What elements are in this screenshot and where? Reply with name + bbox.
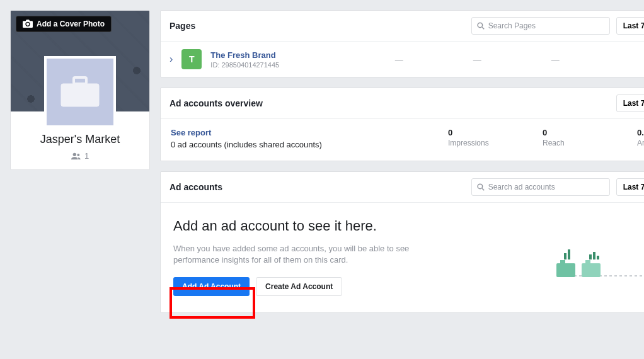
accounts-title: Ad accounts	[170, 182, 465, 192]
page-badge: T	[181, 49, 202, 69]
people-icon	[71, 152, 81, 160]
svg-rect-19	[556, 263, 575, 277]
svg-rect-27	[597, 256, 599, 259]
empty-state-title: Add an ad account to see it here.	[173, 218, 644, 234]
avatar[interactable]	[44, 56, 116, 128]
ad-accounts-card: Ad accounts Last 7 days i Add an ad acco…	[160, 171, 644, 313]
svg-point-3	[77, 154, 79, 156]
svg-rect-1	[74, 77, 86, 84]
svg-rect-0	[61, 84, 99, 106]
empty-state-body: When you have added some ad accounts, yo…	[173, 243, 438, 266]
illustration-buildings	[553, 244, 644, 301]
add-cover-label: Add a Cover Photo	[37, 20, 105, 28]
see-report-link[interactable]: See report	[171, 128, 211, 137]
accounts-range-button[interactable]: Last 7 days	[616, 178, 644, 196]
pages-range-button[interactable]: Last 7 days	[616, 17, 644, 35]
page-id: ID: 298504014271445	[210, 61, 355, 69]
overview-subtitle: 0 ad accounts (includes shared accounts)	[171, 140, 410, 149]
stat-amount-spent: 0.00 Amount spent	[637, 128, 644, 147]
page-metric-2: —	[442, 55, 512, 64]
pages-title: Pages	[170, 21, 465, 31]
svg-rect-22	[585, 260, 590, 264]
create-ad-account-button[interactable]: Create Ad Account	[256, 277, 342, 296]
search-icon	[477, 22, 485, 30]
page-name-link[interactable]: The Fresh Brand	[210, 50, 355, 60]
accounts-search[interactable]	[471, 178, 610, 196]
pages-card: Pages Last 7 days i › T The Fresh Brand …	[160, 10, 644, 77]
svg-point-2	[73, 152, 76, 156]
page-row: › T The Fresh Brand ID: 298504014271445 …	[161, 42, 644, 77]
cover-area: Add a Cover Photo	[11, 11, 149, 111]
briefcase-icon	[60, 76, 100, 108]
chevron-right-icon[interactable]: ›	[170, 54, 173, 65]
ad-accounts-overview-card: Ad accounts overview Last 7 days i See r…	[160, 88, 644, 161]
overview-range-button[interactable]: Last 7 days	[616, 94, 644, 112]
pages-search-input[interactable]	[488, 21, 604, 30]
accounts-search-input[interactable]	[488, 183, 604, 191]
svg-point-4	[478, 23, 483, 28]
member-count: 1	[16, 151, 144, 161]
add-cover-photo-button[interactable]: Add a Cover Photo	[16, 16, 112, 32]
svg-rect-24	[568, 249, 570, 259]
stat-reach: 0 Reach	[543, 128, 599, 147]
page-metric-3: —	[520, 55, 590, 64]
camera-icon	[23, 20, 33, 28]
svg-line-7	[482, 188, 484, 190]
svg-point-6	[478, 184, 483, 189]
svg-rect-21	[582, 263, 601, 277]
svg-rect-20	[560, 260, 565, 264]
profile-name: Jasper's Market	[16, 133, 144, 146]
stat-impressions: 0 Impressions	[448, 128, 505, 147]
overview-title: Ad accounts overview	[170, 98, 610, 108]
add-ad-account-button[interactable]: Add Ad Account	[173, 277, 250, 296]
svg-rect-23	[564, 253, 566, 259]
pages-search[interactable]	[471, 17, 610, 35]
svg-rect-26	[593, 252, 595, 259]
svg-rect-25	[589, 254, 592, 259]
page-metric-1: —	[364, 55, 434, 64]
search-icon	[477, 183, 485, 191]
profile-card: Add a Cover Photo Jasper's Market 1	[10, 10, 150, 170]
svg-line-5	[482, 27, 484, 29]
